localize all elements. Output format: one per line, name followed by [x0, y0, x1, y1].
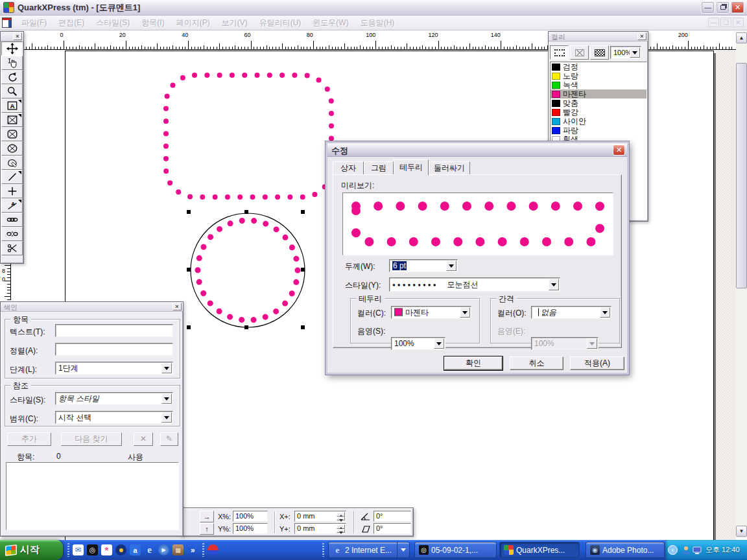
close-button[interactable]: ✕	[731, 1, 744, 14]
rotation-tool[interactable]	[1, 70, 23, 84]
y-scale-field[interactable]: 100%	[233, 523, 268, 534]
minimize-button[interactable]: —	[701, 1, 715, 14]
dropdown-arrow-icon[interactable]	[161, 412, 172, 423]
scissors-tool[interactable]	[1, 241, 23, 255]
taskbar-button-internet-explorer[interactable]: e 2 Internet E...	[328, 542, 410, 558]
tab-runaround[interactable]: 둘러싸기	[429, 161, 470, 175]
sort-input[interactable]	[55, 343, 173, 356]
y-offset-field[interactable]: 0 mm	[294, 523, 346, 534]
dropdown-arrow-icon[interactable]	[460, 307, 470, 318]
dropdown-arrow-icon[interactable]	[161, 393, 172, 404]
picture-icon[interactable]: ▦	[172, 544, 184, 555]
media-icon[interactable]	[115, 544, 126, 555]
taskbar-button-image-viewer[interactable]: ◎ 05-09-02-1,...	[414, 542, 497, 558]
add-button[interactable]: 추가	[7, 432, 51, 446]
start-button[interactable]: 시작	[0, 540, 63, 560]
level-combo[interactable]: 1단계	[55, 362, 173, 375]
internet-explorer-icon[interactable]: e	[144, 544, 155, 555]
group-dropdown-arrow-icon[interactable]	[397, 542, 409, 557]
menu-item[interactable]: 편집(E)	[53, 16, 90, 30]
index-palette-close-button[interactable]: ×	[172, 303, 182, 310]
taskbar-grip[interactable]	[202, 543, 204, 557]
text-box-tool[interactable]: A	[1, 99, 23, 113]
text-path-tool[interactable]: A	[1, 198, 23, 213]
restore-button[interactable]	[716, 1, 729, 14]
orthogonal-line-tool[interactable]	[1, 184, 23, 198]
frame-shade-combo[interactable]: 100%	[391, 337, 445, 350]
menu-item[interactable]: 항목(I)	[136, 16, 170, 30]
display-tray-icon[interactable]	[693, 546, 702, 555]
acrobat-icon[interactable]: a	[130, 544, 141, 555]
mdi-restore-button[interactable]: ❏	[720, 18, 731, 27]
skew-field[interactable]: 0°	[374, 523, 411, 534]
menu-item[interactable]: 페이지(P)	[171, 16, 216, 30]
content-tool[interactable]	[1, 56, 23, 70]
user-tray-icon[interactable]	[682, 546, 691, 555]
flower-icon[interactable]: *	[101, 544, 112, 555]
menu-item[interactable]: 보기(V)	[216, 16, 254, 30]
tab-box[interactable]: 상자	[333, 161, 364, 175]
zoom-tool[interactable]	[1, 84, 23, 99]
title-bar[interactable]: QuarkXPress (tm) - [도큐멘트1] — ✕	[0, 0, 747, 16]
dropdown-arrow-icon[interactable]	[446, 261, 456, 271]
dropdown-arrow-icon[interactable]	[161, 363, 172, 373]
colors-palette-titlebar[interactable]: 컬러 ×	[549, 32, 648, 41]
line-tool[interactable]	[1, 170, 23, 184]
y-offset-spinner[interactable]	[337, 524, 345, 533]
tab-picture[interactable]: 그림	[364, 161, 394, 175]
menu-item[interactable]: 도움말(H)	[355, 16, 401, 30]
dropdown-arrow-icon[interactable]	[434, 338, 444, 349]
flip-horizontal-button[interactable]: →	[200, 511, 214, 522]
taskbar-grip[interactable]	[322, 543, 324, 557]
mdi-minimize-button[interactable]: —	[708, 18, 719, 27]
gap-color-combo[interactable]: 없음	[531, 306, 611, 319]
x-offset-field[interactable]: 0 mm	[294, 511, 346, 522]
bezier-picture-box-tool[interactable]	[1, 156, 23, 170]
tool-palette-titlebar[interactable]: ×	[1, 32, 23, 41]
frame-color-combo[interactable]: 마젠타	[391, 306, 471, 319]
scroll-down-button[interactable]: ▼	[736, 526, 747, 537]
rectangle-picture-box-tool[interactable]	[1, 113, 23, 127]
edit-entry-button[interactable]: ✎	[160, 432, 178, 446]
index-palette-titlebar[interactable]: 색인 ×	[1, 302, 183, 312]
menu-item[interactable]: 파일(F)	[16, 16, 53, 30]
link-tool[interactable]	[1, 213, 23, 227]
style-combo[interactable]: 항목 스타일	[55, 392, 173, 405]
scroll-up-button[interactable]: ▲	[736, 32, 747, 43]
colors-palette-close-button[interactable]: ×	[637, 32, 646, 40]
delete-entry-button[interactable]: ✕	[134, 432, 153, 446]
rounded-rectangle-picture-box-tool[interactable]	[1, 127, 23, 141]
dropdown-arrow-icon[interactable]	[630, 47, 640, 58]
rotation-field[interactable]: 0°	[374, 511, 411, 522]
quick-launch-overflow-chevron[interactable]: »	[191, 546, 195, 555]
item-tool[interactable]	[1, 41, 23, 56]
tool-palette-close-button[interactable]: ×	[13, 32, 22, 40]
none-view-button[interactable]	[570, 45, 589, 60]
scope-combo[interactable]: 시작 선택	[55, 411, 173, 424]
dropdown-arrow-icon[interactable]	[600, 307, 610, 318]
taskbar-button-quarkxpress[interactable]: QuarkXPres...	[499, 542, 580, 558]
dropdown-arrow-icon[interactable]	[549, 279, 559, 290]
style-combo[interactable]: ●●●●●●●●●모눈점선	[389, 277, 560, 292]
apply-button[interactable]: 적용(A)	[570, 356, 624, 370]
document-icon[interactable]	[2, 18, 12, 28]
outlook-express-icon[interactable]: ✉	[73, 544, 84, 555]
x-scale-field[interactable]: 100%	[233, 511, 268, 522]
modify-dialog-titlebar[interactable]: 수정 ✕	[327, 143, 627, 157]
oval-picture-box-tool[interactable]	[1, 141, 23, 156]
scrollbar-thumb[interactable]	[736, 63, 747, 288]
acdsee-icon[interactable]: ◎	[87, 544, 98, 555]
mdi-close-button[interactable]: ✕	[733, 18, 744, 27]
menu-item[interactable]: 유틸리티(U)	[254, 16, 307, 30]
vertical-scrollbar[interactable]: ▲ ▼	[736, 31, 747, 538]
cancel-button[interactable]: 취소	[510, 356, 563, 370]
shade-view-button[interactable]	[590, 45, 609, 60]
tray-chevron-icon[interactable]: ‹	[668, 545, 678, 555]
tab-frame[interactable]: 테두리	[394, 159, 429, 176]
ok-button[interactable]: 확인	[444, 356, 503, 370]
index-entries-list[interactable]	[6, 462, 179, 530]
media-player-icon[interactable]: ▶	[158, 544, 169, 555]
modify-dialog-close-button[interactable]: ✕	[613, 145, 625, 156]
text-input[interactable]	[55, 324, 173, 337]
menu-item[interactable]: 윈도우(W)	[307, 16, 354, 30]
